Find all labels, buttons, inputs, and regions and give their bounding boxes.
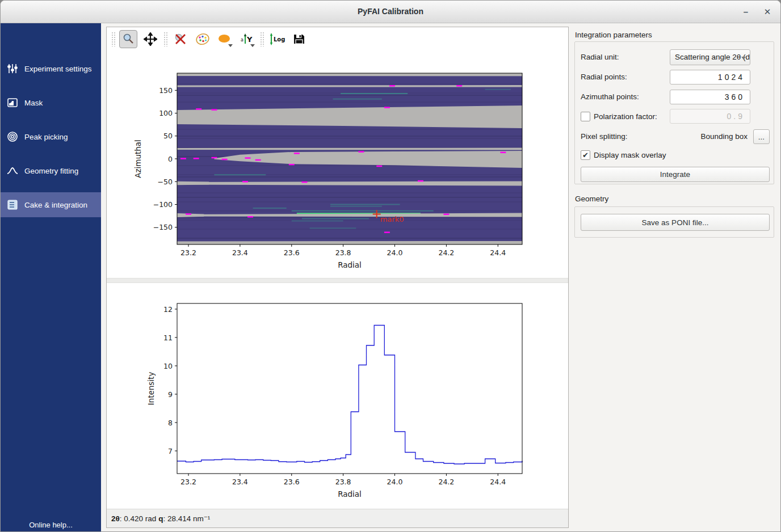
svg-text:23.6: 23.6 bbox=[284, 248, 300, 257]
mask-display-button[interactable] bbox=[216, 30, 234, 48]
polarization-input[interactable]: 0.9 bbox=[670, 109, 750, 124]
svg-text:Radial: Radial bbox=[338, 260, 362, 269]
radial-unit-label: Radial unit: bbox=[581, 53, 619, 61]
pixel-splitting-value: Bounding box bbox=[700, 132, 748, 141]
log-scale-button[interactable]: Log bbox=[268, 30, 286, 48]
integrate-button[interactable]: Integrate bbox=[581, 167, 770, 182]
sidebar-item-label: Peak picking bbox=[24, 133, 68, 141]
svg-text:Azimuthal: Azimuthal bbox=[133, 140, 142, 178]
svg-text:24.2: 24.2 bbox=[438, 478, 454, 486]
chevron-down-icon bbox=[741, 57, 746, 60]
svg-text:11: 11 bbox=[163, 333, 173, 342]
splitter-handle[interactable] bbox=[107, 278, 568, 283]
svg-text:Y: Y bbox=[246, 35, 253, 44]
sidebar-item-cake-integration[interactable]: Cake & integration bbox=[1, 192, 101, 217]
sidebar-item-label: Cake & integration bbox=[24, 201, 87, 209]
svg-text:0: 0 bbox=[168, 155, 173, 163]
svg-text:24.0: 24.0 bbox=[387, 478, 403, 486]
svg-text:12: 12 bbox=[163, 305, 173, 314]
magnifier-icon bbox=[122, 33, 135, 45]
sidebar: Experiment settings Mask Peak picking bbox=[1, 23, 101, 532]
cake-integration-icon bbox=[7, 199, 18, 210]
mask-overlay-checkbox[interactable]: ✔ bbox=[581, 150, 590, 160]
svg-text:8: 8 bbox=[168, 419, 173, 427]
colormap-button[interactable] bbox=[194, 30, 212, 48]
svg-text:Log: Log bbox=[274, 36, 285, 43]
integrated-profile-plot[interactable]: 23.223.423.623.824.024.224.4789101112Rad… bbox=[107, 283, 568, 509]
save-poni-button[interactable]: Save as PONI file... bbox=[581, 214, 770, 231]
pan-button[interactable] bbox=[141, 30, 159, 48]
svg-text:a: a bbox=[241, 37, 243, 43]
sliders-icon bbox=[7, 63, 18, 74]
zoom-button[interactable] bbox=[119, 30, 137, 48]
radial-points-input[interactable]: 1024 bbox=[670, 70, 750, 85]
mask-overlay-label: Display mask overlay bbox=[594, 151, 666, 159]
floppy-save-icon bbox=[293, 33, 305, 45]
integration-parameters-title: Integration parameters bbox=[575, 31, 652, 39]
close-button[interactable]: ✕ bbox=[760, 5, 775, 19]
save-button[interactable] bbox=[290, 30, 308, 48]
svg-text:100: 100 bbox=[159, 109, 173, 117]
polarization-checkbox[interactable] bbox=[581, 112, 590, 121]
settings-panel: Integration parameters Radial unit: Scat… bbox=[573, 23, 781, 532]
minimize-button[interactable]: – bbox=[738, 5, 753, 19]
svg-text:7: 7 bbox=[168, 447, 173, 455]
svg-text:23.2: 23.2 bbox=[180, 248, 196, 257]
sidebar-item-label: Mask bbox=[24, 99, 43, 107]
svg-text:−100: −100 bbox=[153, 200, 173, 209]
azimuthal-points-input[interactable]: 360 bbox=[670, 90, 750, 104]
zoom-reset-icon bbox=[174, 32, 187, 46]
y-autoscale-button[interactable]: a Y bbox=[238, 30, 256, 48]
sidebar-item-mask[interactable]: Mask bbox=[1, 90, 101, 115]
window-title: PyFAI Calibration bbox=[1, 7, 780, 16]
svg-text:24.4: 24.4 bbox=[490, 248, 506, 257]
sidebar-item-peak-picking[interactable]: Peak picking bbox=[1, 124, 101, 149]
zoom-reset-button[interactable] bbox=[171, 30, 190, 48]
target-icon bbox=[7, 131, 18, 142]
dropdown-arrow-icon bbox=[250, 44, 255, 47]
svg-text:23.6: 23.6 bbox=[284, 478, 300, 486]
plot-panel: a Y Log bbox=[106, 27, 569, 528]
pixel-splitting-more-button[interactable]: ... bbox=[753, 129, 770, 144]
svg-text:−150: −150 bbox=[153, 223, 173, 231]
titlebar: PyFAI Calibration – ✕ bbox=[1, 1, 780, 23]
polarization-label: Polarization factor: bbox=[594, 112, 657, 121]
q-value: : 28.414 nm⁻¹ bbox=[163, 514, 210, 523]
svg-text:50: 50 bbox=[163, 132, 173, 140]
toolbar-grip bbox=[163, 32, 167, 47]
sidebar-item-geometry-fitting[interactable]: Geometry fitting bbox=[1, 158, 101, 183]
svg-text:Radial: Radial bbox=[338, 489, 362, 499]
toolbar-grip bbox=[111, 32, 115, 47]
app-window: PyFAI Calibration – ✕ Experiment setting… bbox=[0, 0, 781, 532]
geometry-group: Save as PONI file... bbox=[574, 206, 774, 238]
sidebar-item-label: Experiment settings bbox=[24, 65, 92, 73]
tth-label: 2θ bbox=[111, 514, 120, 523]
q-label: q bbox=[158, 514, 163, 523]
ellipse-icon bbox=[217, 33, 232, 45]
svg-text:23.8: 23.8 bbox=[335, 478, 351, 486]
mask-icon bbox=[7, 97, 18, 108]
svg-text:24.4: 24.4 bbox=[490, 478, 506, 486]
geometry-title: Geometry bbox=[575, 195, 608, 203]
svg-text:23.4: 23.4 bbox=[232, 478, 248, 486]
svg-text:−50: −50 bbox=[158, 178, 173, 186]
online-help-link[interactable]: Online help... bbox=[1, 521, 101, 529]
svg-text:10: 10 bbox=[163, 362, 173, 370]
svg-text:23.2: 23.2 bbox=[180, 478, 196, 486]
sidebar-item-experiment-settings[interactable]: Experiment settings bbox=[1, 56, 101, 81]
radial-unit-value: Scattering angle 2θ (deg) bbox=[675, 53, 750, 61]
azimuthal-points-label: Azimuthal points: bbox=[581, 92, 639, 101]
svg-text:23.4: 23.4 bbox=[232, 248, 248, 257]
palette-icon bbox=[195, 32, 210, 46]
plot-toolbar: a Y Log bbox=[107, 27, 568, 51]
svg-text:150: 150 bbox=[159, 86, 173, 95]
peak-curve-icon bbox=[7, 165, 18, 176]
svg-text:mark0: mark0 bbox=[380, 215, 404, 223]
svg-text:23.8: 23.8 bbox=[335, 248, 351, 257]
svg-text:24.2: 24.2 bbox=[438, 248, 454, 257]
tth-value: : 0.420 rad bbox=[120, 514, 158, 523]
cake-2d-plot[interactable]: mark023.223.423.623.824.024.224.41501005… bbox=[107, 52, 568, 278]
sidebar-item-label: Geometry fitting bbox=[24, 167, 78, 175]
radial-unit-combobox[interactable]: Scattering angle 2θ (deg) bbox=[670, 49, 750, 65]
svg-text:9: 9 bbox=[168, 390, 173, 399]
